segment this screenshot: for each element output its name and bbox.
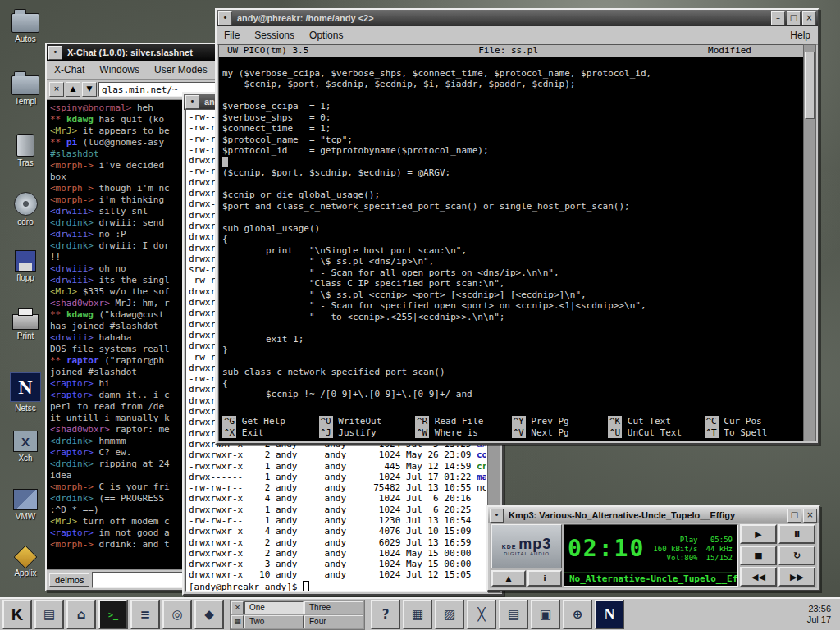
cut-tool-button[interactable]: ╳ (467, 600, 496, 629)
shortcut-ctrl-j[interactable]: ^J Justify (319, 427, 416, 439)
paint-button[interactable]: ▨ (435, 600, 464, 629)
code-line: $port and class_c_network_specified_port… (222, 201, 804, 212)
lcd-frequency: 44 kHz (705, 545, 733, 553)
shortcut-ctrl-u[interactable]: ^U UnCut Text (608, 427, 705, 439)
toolbox-button[interactable]: ◆ (194, 600, 224, 629)
close-icon[interactable]: × (802, 11, 816, 25)
code-line: ($ccnip, $port, $scdnip, $ecdnip) = @ARG… (222, 167, 804, 179)
pico-code: my ($verbose_ccipa, $verbose_shps, $conn… (219, 57, 804, 400)
shortcut-ctrl-v[interactable]: ^V Next Pg (512, 427, 609, 439)
pager-desktop-two[interactable]: Two (244, 615, 304, 628)
find-files-button[interactable]: ◎ (162, 600, 192, 629)
shortcut-ctrl-g[interactable]: ^G Get Help (222, 416, 319, 427)
calculator-button[interactable]: ▦ (403, 600, 432, 629)
code-line (222, 356, 804, 368)
shortcut-ctrl-r[interactable]: ^R Read File (415, 416, 512, 427)
sticky-pin-icon[interactable]: • (218, 11, 232, 25)
help-button[interactable]: ? (371, 600, 400, 629)
lcd-total-time: 05:59 (705, 536, 733, 544)
autostart-icon (11, 13, 39, 33)
stop-button[interactable]: ■ (740, 546, 777, 565)
shortcut-ctrl-t[interactable]: ^T To Spell (705, 427, 801, 439)
pager-icon-button[interactable]: ▦ (231, 615, 244, 628)
menu-help[interactable]: Help (783, 28, 818, 43)
pause-button[interactable]: Ⅱ (778, 524, 815, 544)
menu-user-modes[interactable]: User Modes (147, 62, 215, 77)
desktop-icon-vmware[interactable]: VMW (2, 489, 49, 543)
terminal-content[interactable]: UW PICO(tm) 3.5 File: ss.pl Modified my … (218, 44, 805, 441)
kmp3-eject-row: ▲ i (491, 570, 562, 587)
desktop-icon-applix[interactable]: Applix (2, 547, 49, 601)
shortcut-ctrl-k[interactable]: ^K Cut Text (608, 416, 705, 427)
shortcut-ctrl-w[interactable]: ^W Where is (415, 427, 512, 439)
notes-button[interactable]: ▤ (499, 600, 528, 629)
printer-icon (12, 314, 39, 330)
close-icon[interactable]: × (803, 509, 817, 523)
xchat-toolbar-button-2[interactable]: ▲ (66, 82, 80, 97)
eject-button[interactable]: ▲ (491, 570, 526, 587)
shortcut-ctrl-c[interactable]: ^C Cur Pos (705, 416, 801, 427)
maximize-icon[interactable]: □ (787, 11, 801, 25)
code-line: " - Scan for all open ports on <dns/ip>.… (222, 267, 804, 279)
file-drawers-button[interactable]: ≡ (130, 600, 160, 629)
xchat-title: X-Chat (1.0.0): silver.slashnet (64, 48, 230, 57)
desktop-icon-netscape[interactable]: Netsc (2, 372, 49, 427)
window-list-button[interactable]: ▤ (34, 600, 64, 629)
sticky-pin-icon[interactable]: • (490, 509, 504, 523)
sticky-pin-icon[interactable]: • (48, 46, 62, 60)
terminal-scrollbar[interactable] (803, 44, 816, 441)
menu-options[interactable]: Options (302, 28, 350, 43)
notes-icon: ▤ (508, 607, 519, 622)
menu-windows[interactable]: Windows (92, 62, 147, 77)
rewind-button[interactable]: ◀◀ (740, 567, 777, 587)
loop-button[interactable]: ↻ (778, 546, 815, 565)
xchat-toolbar-button-3[interactable]: ▼ (82, 82, 97, 97)
code-line: " \$ ss.pl <dns/ip>\n", (222, 256, 804, 267)
sticky-pin-icon[interactable]: • (185, 95, 199, 109)
desktop-icon-autostart[interactable]: Autos (2, 13, 49, 67)
menu-sessions[interactable]: Sessions (247, 28, 302, 43)
scrollbar-thumb[interactable] (805, 52, 815, 119)
kmp3-window: • Kmp3: Various-No_Alternative-Uncle_Tup… (486, 505, 820, 591)
desktop-icon-printer[interactable]: Print (2, 314, 49, 368)
menu-x-chat[interactable]: X-Chat (47, 62, 92, 77)
desktop-icon-cdrom[interactable]: cdro (2, 192, 49, 246)
maximize-icon[interactable]: □ (788, 509, 801, 523)
menu-file[interactable]: File (217, 28, 247, 43)
pager-desktop-three[interactable]: Three (304, 601, 363, 614)
code-line: sub class_c_network_specified_port_scan(… (222, 367, 804, 378)
code-line: { (222, 234, 804, 245)
kmp3-lcd-display: 02:10 Play05:59 160 kBit/s44 kHz Vol:80%… (564, 524, 738, 587)
xchat-nick-label[interactable]: deimos (49, 573, 89, 587)
display-settings-button[interactable]: ▣ (531, 600, 560, 629)
kmp3-titlebar[interactable]: • Kmp3: Various-No_Alternative-Uncle_Tup… (488, 507, 819, 523)
shortcut-ctrl-x[interactable]: ^X Exit (222, 427, 319, 439)
xchat-toolbar-button-1[interactable]: × (49, 82, 64, 97)
pager-desktop-four[interactable]: Four (304, 615, 363, 628)
k-menu-button[interactable]: K (2, 600, 32, 629)
pager-close-button[interactable]: × (231, 601, 244, 614)
desktop-icon-xchat[interactable]: Xch (2, 431, 49, 485)
desktop-icon-trash[interactable]: Tras (2, 134, 49, 188)
desktop-icon-floppy[interactable]: flopp (2, 250, 49, 304)
forward-button[interactable]: ▶▶ (778, 567, 815, 587)
terminal-titlebar[interactable]: • andy@phreakr: /home/andy <2> – □ × (217, 10, 818, 26)
netscape-icon: N (605, 606, 615, 623)
pager-desktop-one[interactable]: One (244, 601, 304, 614)
play-button[interactable]: ▶ (740, 524, 777, 544)
terminal-line: drwxrwxr-x 2 andy andy 1024 May 15 00:00 (189, 548, 486, 559)
terminal-line: drwxrwxr-x 3 andy andy 1024 May 15 00:00 (189, 559, 486, 569)
logo-mp3-text: mp3 (518, 536, 551, 552)
shortcut-ctrl-o[interactable]: ^O WriteOut (319, 416, 416, 427)
info-button[interactable]: i (527, 570, 562, 587)
konsole-button[interactable]: >_ (98, 600, 128, 629)
system-button[interactable]: ⊕ (563, 600, 592, 629)
minimize-icon[interactable]: – (771, 11, 785, 25)
netscape-button[interactable]: N (595, 600, 624, 629)
terminal-line: -rw-rw-r-- 1 andy andy 1230 Jul 13 10:54 (189, 515, 486, 526)
code-line (222, 90, 804, 102)
home-button[interactable]: ⌂ (66, 600, 96, 629)
desktop-icon-templates[interactable]: Templ (2, 75, 49, 130)
shortcut-ctrl-y[interactable]: ^Y Prev Pg (512, 416, 609, 427)
kmp3-left-panel: KDE mp3 DIGITAL AUDIO ▲ i (491, 524, 562, 587)
